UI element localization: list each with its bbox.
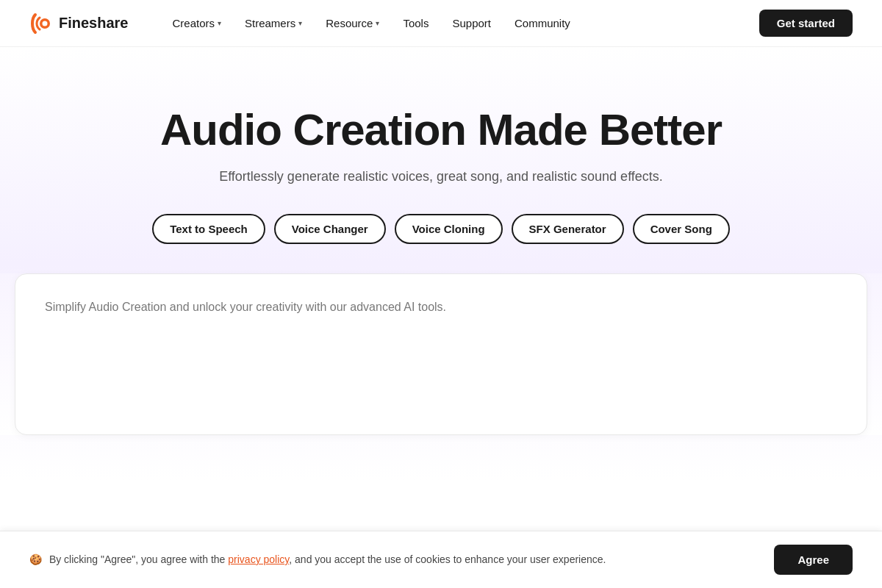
agree-button[interactable]: Agree xyxy=(774,545,853,575)
cookie-banner: 🍪 By clicking "Agree", you agree with th… xyxy=(0,531,882,588)
page-content: Audio Creation Made Better Effortlessly … xyxy=(0,47,882,435)
tab-voice-changer[interactable]: Voice Changer xyxy=(274,214,386,244)
hero-section: Audio Creation Made Better Effortlessly … xyxy=(0,47,882,273)
creators-chevron-icon: ▾ xyxy=(218,19,221,27)
main-nav: Fineshare Creators ▾ Streamers ▾ Resourc… xyxy=(0,0,882,47)
svg-point-1 xyxy=(43,21,48,26)
logo-link[interactable]: Fineshare xyxy=(29,12,128,35)
tab-cover-song[interactable]: Cover Song xyxy=(633,214,730,244)
logo-icon xyxy=(29,12,53,35)
nav-item-streamers[interactable]: Streamers ▾ xyxy=(236,11,311,35)
hero-title: Audio Creation Made Better xyxy=(160,106,722,154)
get-started-button[interactable]: Get started xyxy=(759,10,853,37)
cookie-text: 🍪 By clicking "Agree", you agree with th… xyxy=(29,552,691,567)
nav-item-creators[interactable]: Creators ▾ xyxy=(163,11,230,35)
hero-subtitle: Effortlessly generate realistic voices, … xyxy=(219,169,663,184)
cookie-emoji: 🍪 xyxy=(29,553,42,565)
logo-text: Fineshare xyxy=(59,15,128,32)
nav-item-support[interactable]: Support xyxy=(443,11,500,35)
nav-cta-area: Get started xyxy=(759,10,853,37)
privacy-policy-link[interactable]: privacy policy xyxy=(228,553,289,565)
tab-sfx-generator[interactable]: SFX Generator xyxy=(512,214,624,244)
nav-item-tools[interactable]: Tools xyxy=(394,11,437,35)
content-card-text: Simplify Audio Creation and unlock your … xyxy=(45,298,837,317)
resource-chevron-icon: ▾ xyxy=(376,19,379,27)
streamers-chevron-icon: ▾ xyxy=(298,19,302,27)
content-area: Simplify Audio Creation and unlock your … xyxy=(0,273,882,435)
nav-item-resource[interactable]: Resource ▾ xyxy=(317,11,388,35)
content-card: Simplify Audio Creation and unlock your … xyxy=(15,273,867,435)
nav-item-community[interactable]: Community xyxy=(506,11,579,35)
tab-text-to-speech[interactable]: Text to Speech xyxy=(152,214,265,244)
nav-links: Creators ▾ Streamers ▾ Resource ▾ Tools … xyxy=(163,11,759,35)
tab-voice-cloning[interactable]: Voice Cloning xyxy=(395,214,503,244)
feature-tabs: Text to Speech Voice Changer Voice Cloni… xyxy=(152,214,730,244)
